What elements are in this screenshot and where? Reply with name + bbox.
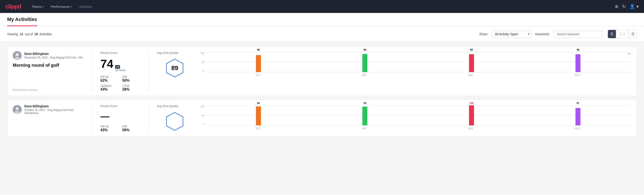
performance-chevron-icon: ▾ — [71, 5, 72, 8]
x-label-app: APP — [362, 74, 366, 76]
card-left-2: Dave Billingham October 16, 2021 - Gog M… — [13, 104, 84, 132]
keywords-label: Keywords: — [535, 32, 550, 36]
hexagon-value: 89 — [171, 64, 178, 72]
updown-stat: Up/Down 43% — [100, 84, 119, 92]
bar-group-arg-2: 106 — [469, 105, 474, 126]
page-title: My Activities — [7, 16, 37, 26]
navbar: clippd Teams ▾ Performance ▾ Activities … — [0, 0, 644, 13]
gir-stat: GIR 50% — [122, 76, 140, 82]
bar-group-ott-2: 94 — [256, 105, 261, 126]
chart-section: 100 50 0 85 — [198, 51, 631, 76]
stat-grid: FW Hit 62% GIR 50% Up/Down 43% 1 Putt 28… — [100, 76, 140, 92]
bar-app — [362, 54, 367, 72]
hexagon-wrap: 89 — [165, 58, 185, 78]
activity-title: Morning round of golf — [13, 63, 84, 68]
activity-type-dropdown-wrapper: All Activity Types ▾ — [492, 30, 532, 38]
x-label-ott: OTT — [256, 74, 260, 76]
chart-container-2: 100 50 0 94 — [198, 105, 631, 130]
one-putt-stat: 1 Putt 28% — [122, 84, 140, 92]
score-value: 74 — [100, 58, 113, 70]
nav-teams[interactable]: Teams ▾ — [32, 4, 44, 9]
bar-arg-2 — [469, 105, 474, 126]
svg-point-1 — [16, 53, 19, 56]
activities-container: ✏ Dave Billingham December 05, 2021 - Go… — [0, 42, 644, 141]
hexagon: 89 — [165, 58, 185, 78]
logo: clippd — [5, 3, 21, 10]
holes-label: 18 Holes — [115, 69, 126, 72]
x-label-arg-2: ARG — [468, 128, 473, 130]
stat-grid-2: FW Hit 43% GIR 56% — [100, 125, 140, 132]
bar-group-app-2: 93 — [362, 105, 367, 126]
activity-card: ✏ Dave Billingham December 05, 2021 - Go… — [7, 46, 637, 96]
hexagon-wrap-2 — [165, 111, 185, 132]
x-label-putt: PUTT — [574, 74, 580, 76]
nav-activities-label: Activities — [79, 5, 92, 8]
user-info: Dave Billingham December 05, 2021 - Gog … — [24, 52, 82, 59]
score-row: 74 +4 18 Holes — [100, 58, 140, 72]
refresh-icon[interactable]: ↻ — [622, 4, 626, 9]
chart-section-2: 100 50 0 94 — [198, 104, 631, 130]
gir-stat-2: GIR 56% — [122, 125, 140, 132]
user-avatar-icon[interactable]: 👤 ▾ — [630, 4, 639, 9]
fw-hit-stat-2: FW Hit 43% — [100, 125, 119, 132]
x-label-ott-2: OTT — [256, 128, 260, 130]
nav-performance[interactable]: Performance ▾ — [51, 4, 72, 9]
score-partial: — — [100, 111, 109, 121]
user-row: Dave Billingham December 05, 2021 - Gog … — [13, 51, 84, 60]
viewing-total: 29 — [34, 32, 38, 36]
avatar — [13, 51, 22, 60]
score-badge: +4 — [115, 65, 120, 69]
nav-activities[interactable]: Activities — [79, 4, 92, 9]
quality-chart-section: Avg Shot Quality 89 100 50 — [157, 51, 631, 92]
view-grid-button[interactable]: ⋮⋮ — [616, 30, 628, 38]
view-list-dense-button[interactable]: ☰ — [608, 30, 616, 38]
view-toggle: ☰ ⋮⋮ ☰ — [608, 30, 637, 38]
add-icon[interactable]: ⊕ — [615, 4, 618, 9]
x-label-putt-2: PUTT — [574, 128, 580, 130]
bar-putt — [576, 54, 580, 72]
shot-quality-section-2: Avg Shot Quality — [157, 104, 192, 132]
activity-type-dropdown[interactable]: All Activity Types — [492, 30, 532, 38]
avg-shot-quality-label-2: Avg Shot Quality — [157, 104, 178, 108]
bar-ott-2 — [256, 106, 261, 126]
svg-marker-7 — [166, 112, 183, 130]
search-input[interactable] — [554, 30, 602, 38]
x-label-app-2: APP — [362, 128, 366, 130]
teams-chevron-icon: ▾ — [42, 5, 44, 8]
card-stats-2: Round Score — FW Hit 43% GIR 56% — [100, 104, 140, 132]
quality-chart-section-2: Avg Shot Quality 100 50 0 — [157, 104, 631, 132]
x-label-arg: ARG — [468, 74, 473, 76]
user-name: Dave Billingham — [24, 52, 82, 56]
nav-right: ⊕ ↻ 👤 ▾ — [615, 4, 639, 9]
bar-arg — [469, 54, 474, 72]
avg-shot-quality-label: Avg Shot Quality — [157, 51, 178, 54]
user-date-2: October 16, 2021 - Gog Magog Golf Club -… — [24, 108, 84, 115]
user-date: December 05, 2021 - Gog Magog Golf Club … — [24, 56, 82, 59]
bar-group-ott: 85 — [256, 52, 261, 72]
bar-group-putt-2: 87 — [576, 105, 580, 126]
viewing-text: Viewing 12 out of 29 Activities — [7, 32, 52, 36]
data-source: Data Source: Arccos — [13, 88, 84, 92]
round-score-label-2: Round Score — [100, 104, 140, 108]
user-row-2: Dave Billingham October 16, 2021 - Gog M… — [13, 104, 84, 115]
shot-quality-section: Avg Shot Quality 89 — [157, 51, 192, 78]
fw-hit-stat: FW Hit 62% — [100, 76, 119, 82]
svg-point-5 — [16, 107, 19, 110]
bar-ott — [256, 55, 261, 72]
user-info-2: Dave Billingham October 16, 2021 - Gog M… — [24, 104, 84, 115]
bar-group-arg: 89 — [469, 52, 474, 72]
nav-performance-label: Performance — [51, 5, 70, 8]
page-header: My Activities — [0, 13, 644, 26]
round-score-label: Round Score — [100, 51, 140, 54]
bar-group-app: 90 — [362, 52, 367, 72]
card-left: Dave Billingham December 05, 2021 - Gog … — [13, 51, 84, 92]
bar-group-putt: 89 — [576, 52, 580, 72]
avatar-2 — [13, 105, 22, 114]
user-name-2: Dave Billingham — [24, 104, 84, 108]
view-list-wide-button[interactable]: ☰ — [629, 30, 637, 38]
viewing-count: 12 — [20, 32, 24, 36]
bar-app-2 — [362, 107, 367, 126]
activity-card-2: Dave Billingham October 16, 2021 - Gog M… — [7, 100, 637, 137]
nav-teams-label: Teams — [32, 5, 42, 8]
filter-bar: Viewing 12 out of 29 Activities Show: Al… — [0, 26, 644, 42]
